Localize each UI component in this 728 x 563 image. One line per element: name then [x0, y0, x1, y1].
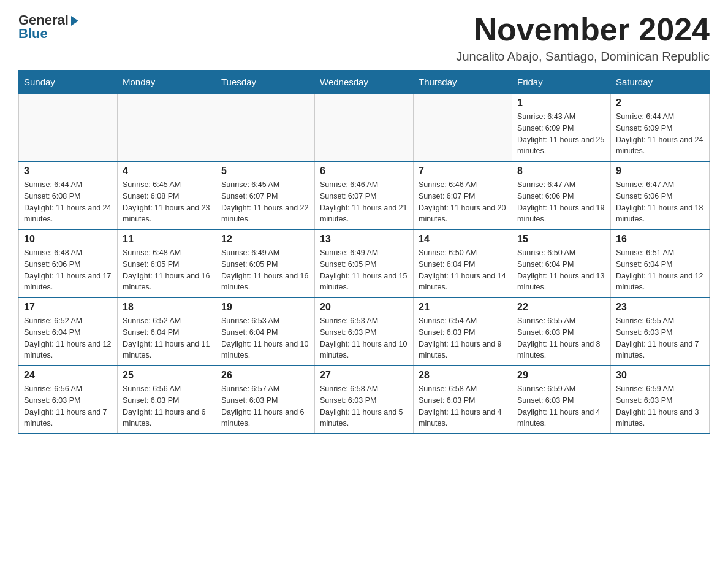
- sunrise-text: Sunrise: 6:43 AM: [517, 112, 575, 121]
- daylight-text: Daylight: 11 hours and 20 minutes.: [419, 204, 506, 224]
- daylight-text: Daylight: 11 hours and 14 minutes.: [419, 272, 506, 292]
- sunrise-text: Sunrise: 6:53 AM: [221, 316, 279, 325]
- col-friday: Friday: [512, 71, 611, 94]
- daylight-text: Daylight: 11 hours and 15 minutes.: [320, 272, 407, 292]
- table-row: 9Sunrise: 6:47 AMSunset: 6:06 PMDaylight…: [611, 161, 710, 229]
- table-row: 30Sunrise: 6:59 AMSunset: 6:03 PMDayligh…: [611, 366, 710, 434]
- sunset-text: Sunset: 6:07 PM: [419, 192, 475, 201]
- sunrise-text: Sunrise: 6:47 AM: [517, 180, 575, 189]
- table-row: [118, 94, 216, 162]
- sunset-text: Sunset: 6:03 PM: [517, 396, 574, 405]
- day-number: 16: [616, 234, 704, 245]
- day-number: 17: [24, 302, 112, 313]
- daylight-text: Daylight: 11 hours and 4 minutes.: [517, 408, 601, 428]
- table-row: 20Sunrise: 6:53 AMSunset: 6:03 PMDayligh…: [315, 297, 414, 366]
- daylight-text: Daylight: 11 hours and 16 minutes.: [123, 272, 210, 292]
- day-info: Sunrise: 6:58 AMSunset: 6:03 PMDaylight:…: [419, 383, 507, 429]
- sunrise-text: Sunrise: 6:48 AM: [24, 248, 82, 257]
- calendar-week-row: 1Sunrise: 6:43 AMSunset: 6:09 PMDaylight…: [19, 94, 710, 162]
- day-number: 7: [419, 166, 507, 177]
- day-number: 22: [517, 302, 605, 313]
- sunrise-text: Sunrise: 6:55 AM: [616, 316, 674, 325]
- day-info: Sunrise: 6:44 AMSunset: 6:08 PMDaylight:…: [24, 179, 112, 225]
- col-sunday: Sunday: [19, 71, 118, 94]
- daylight-text: Daylight: 11 hours and 4 minutes.: [419, 408, 502, 428]
- table-row: 22Sunrise: 6:55 AMSunset: 6:03 PMDayligh…: [512, 297, 611, 366]
- sunrise-text: Sunrise: 6:50 AM: [517, 248, 575, 257]
- sunrise-text: Sunrise: 6:44 AM: [24, 180, 82, 189]
- day-info: Sunrise: 6:54 AMSunset: 6:03 PMDaylight:…: [419, 315, 507, 361]
- table-row: 18Sunrise: 6:52 AMSunset: 6:04 PMDayligh…: [118, 297, 216, 366]
- sunset-text: Sunset: 6:07 PM: [320, 192, 376, 201]
- daylight-text: Daylight: 11 hours and 3 minutes.: [616, 408, 699, 428]
- sunset-text: Sunset: 6:03 PM: [123, 396, 179, 405]
- sunset-text: Sunset: 6:03 PM: [24, 396, 80, 405]
- day-info: Sunrise: 6:43 AMSunset: 6:09 PMDaylight:…: [517, 111, 605, 157]
- daylight-text: Daylight: 11 hours and 13 minutes.: [517, 272, 604, 292]
- table-row: 29Sunrise: 6:59 AMSunset: 6:03 PMDayligh…: [512, 366, 611, 434]
- day-number: 25: [123, 370, 211, 381]
- table-row: [315, 94, 414, 162]
- sunset-text: Sunset: 6:03 PM: [419, 328, 475, 337]
- sunrise-text: Sunrise: 6:47 AM: [616, 180, 674, 189]
- day-number: 2: [616, 98, 704, 109]
- logo: General Blue: [18, 12, 78, 42]
- sunrise-text: Sunrise: 6:45 AM: [123, 180, 181, 189]
- daylight-text: Daylight: 11 hours and 12 minutes.: [616, 272, 703, 292]
- col-wednesday: Wednesday: [315, 71, 414, 94]
- table-row: 26Sunrise: 6:57 AMSunset: 6:03 PMDayligh…: [216, 366, 315, 434]
- daylight-text: Daylight: 11 hours and 9 minutes.: [419, 340, 502, 360]
- table-row: 7Sunrise: 6:46 AMSunset: 6:07 PMDaylight…: [414, 161, 512, 229]
- sunset-text: Sunset: 6:03 PM: [616, 396, 672, 405]
- day-number: 6: [320, 166, 408, 177]
- day-info: Sunrise: 6:48 AMSunset: 6:05 PMDaylight:…: [123, 247, 211, 293]
- day-info: Sunrise: 6:47 AMSunset: 6:06 PMDaylight:…: [517, 179, 605, 225]
- sunrise-text: Sunrise: 6:56 AM: [123, 385, 181, 393]
- day-number: 24: [24, 370, 112, 381]
- sunset-text: Sunset: 6:03 PM: [320, 396, 376, 405]
- day-info: Sunrise: 6:58 AMSunset: 6:03 PMDaylight:…: [320, 383, 408, 429]
- day-info: Sunrise: 6:55 AMSunset: 6:03 PMDaylight:…: [517, 315, 605, 361]
- table-row: 3Sunrise: 6:44 AMSunset: 6:08 PMDaylight…: [19, 161, 118, 229]
- day-info: Sunrise: 6:49 AMSunset: 6:05 PMDaylight:…: [221, 247, 309, 293]
- sunset-text: Sunset: 6:03 PM: [419, 396, 475, 405]
- table-row: [216, 94, 315, 162]
- logo-blue-text: Blue: [18, 26, 48, 42]
- table-row: 16Sunrise: 6:51 AMSunset: 6:04 PMDayligh…: [611, 229, 710, 297]
- day-number: 23: [616, 302, 704, 313]
- day-info: Sunrise: 6:45 AMSunset: 6:08 PMDaylight:…: [123, 179, 211, 225]
- daylight-text: Daylight: 11 hours and 6 minutes.: [123, 408, 206, 428]
- daylight-text: Daylight: 11 hours and 10 minutes.: [221, 340, 308, 360]
- daylight-text: Daylight: 11 hours and 11 minutes.: [123, 340, 210, 360]
- day-number: 20: [320, 302, 408, 313]
- day-info: Sunrise: 6:46 AMSunset: 6:07 PMDaylight:…: [419, 179, 507, 225]
- col-monday: Monday: [118, 71, 216, 94]
- table-row: 11Sunrise: 6:48 AMSunset: 6:05 PMDayligh…: [118, 229, 216, 297]
- sunset-text: Sunset: 6:03 PM: [320, 328, 376, 337]
- sunrise-text: Sunrise: 6:46 AM: [320, 180, 378, 189]
- calendar-week-row: 10Sunrise: 6:48 AMSunset: 6:06 PMDayligh…: [19, 229, 710, 297]
- table-row: [414, 94, 512, 162]
- sunrise-text: Sunrise: 6:46 AM: [419, 180, 477, 189]
- daylight-text: Daylight: 11 hours and 19 minutes.: [517, 204, 604, 224]
- day-info: Sunrise: 6:55 AMSunset: 6:03 PMDaylight:…: [616, 315, 704, 361]
- day-info: Sunrise: 6:59 AMSunset: 6:03 PMDaylight:…: [517, 383, 605, 429]
- sunset-text: Sunset: 6:04 PM: [123, 328, 179, 337]
- day-info: Sunrise: 6:48 AMSunset: 6:06 PMDaylight:…: [24, 247, 112, 293]
- title-area: November 2024 Juncalito Abajo, Santiago,…: [456, 12, 710, 64]
- sunset-text: Sunset: 6:03 PM: [616, 328, 672, 337]
- sunset-text: Sunset: 6:03 PM: [221, 396, 278, 405]
- sunrise-text: Sunrise: 6:58 AM: [419, 385, 477, 393]
- sunset-text: Sunset: 6:09 PM: [517, 124, 574, 132]
- table-row: 1Sunrise: 6:43 AMSunset: 6:09 PMDaylight…: [512, 94, 611, 162]
- sunset-text: Sunset: 6:05 PM: [221, 260, 278, 269]
- day-number: 14: [419, 234, 507, 245]
- day-number: 21: [419, 302, 507, 313]
- calendar-week-row: 3Sunrise: 6:44 AMSunset: 6:08 PMDaylight…: [19, 161, 710, 229]
- sunset-text: Sunset: 6:05 PM: [320, 260, 376, 269]
- col-tuesday: Tuesday: [216, 71, 315, 94]
- sunrise-text: Sunrise: 6:52 AM: [24, 316, 82, 325]
- day-number: 18: [123, 302, 211, 313]
- page-title: November 2024: [456, 12, 710, 47]
- day-number: 15: [517, 234, 605, 245]
